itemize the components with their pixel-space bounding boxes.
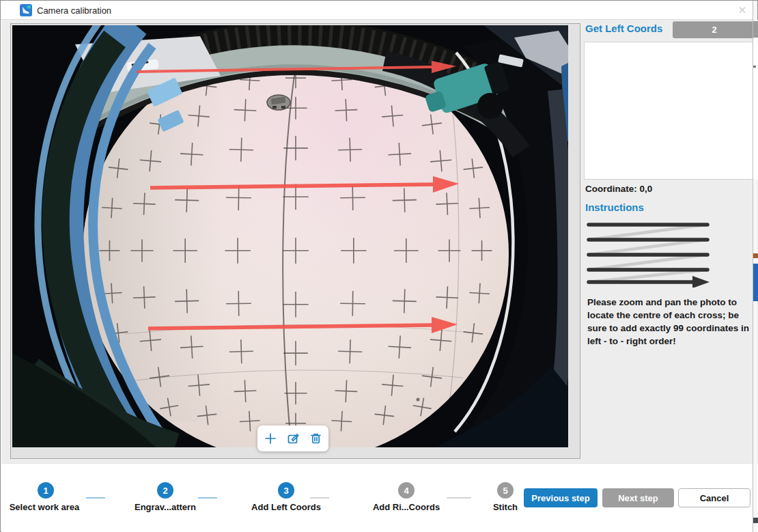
app-logo-icon — [20, 4, 32, 16]
coordinate-readout: Coordinate: 0,0 — [585, 184, 652, 194]
next-step-button[interactable]: Next step — [602, 488, 674, 507]
close-icon[interactable]: ✕ — [736, 4, 748, 16]
step-5-circle: 5 — [497, 482, 514, 499]
camera-calibration-dialog: Camera calibration ✕ — [0, 0, 758, 532]
step-connector — [447, 497, 471, 499]
step-connector — [86, 497, 105, 499]
edit-coordinate-icon[interactable] — [286, 432, 300, 445]
step-4-label: Add Ri...Coords — [362, 502, 451, 512]
dialog-content: Get Left Coords 2 Coordinate: 0,0 Instru… — [1, 20, 758, 463]
step-1-circle: 1 — [38, 482, 54, 499]
previous-step-button[interactable]: Previous step — [524, 488, 598, 507]
add-coordinate-button[interactable] — [264, 432, 277, 445]
step-3-label: Add Left Coords — [242, 502, 331, 512]
titlebar: Camera calibration ✕ — [1, 1, 757, 20]
coordinate-list[interactable] — [584, 42, 756, 180]
photo-frame — [10, 23, 580, 459]
panel-title: Get Left Coords — [585, 23, 662, 34]
step-3-circle: 3 — [278, 482, 294, 499]
cancel-button[interactable]: Cancel — [678, 488, 750, 507]
stepper-bar: 1 2 3 4 5 Select work area Engrav...atte… — [1, 463, 758, 532]
photo-toolbar — [257, 425, 328, 451]
step-2-label: Engrav...attern — [121, 502, 210, 512]
material-puck — [267, 95, 290, 110]
step-2-circle: 2 — [157, 482, 173, 499]
step-5-label: Stitch — [485, 502, 526, 512]
step-connector — [198, 497, 217, 499]
window-title: Camera calibration — [37, 5, 111, 16]
calibration-photo[interactable] — [12, 25, 568, 447]
scan-order-illustration — [586, 219, 713, 288]
coordinate-count-badge[interactable]: 2 — [673, 21, 756, 38]
step-4-circle: 4 — [398, 482, 415, 499]
step-connector — [310, 497, 329, 499]
background-window-edge — [753, 1, 757, 532]
instructions-link[interactable]: Instructions — [585, 201, 644, 213]
instruction-text: Please zoom and pan the photo to locate … — [587, 296, 753, 348]
delete-coordinate-trash-icon[interactable] — [309, 432, 322, 445]
step-1-label: Select work area — [5, 502, 84, 512]
